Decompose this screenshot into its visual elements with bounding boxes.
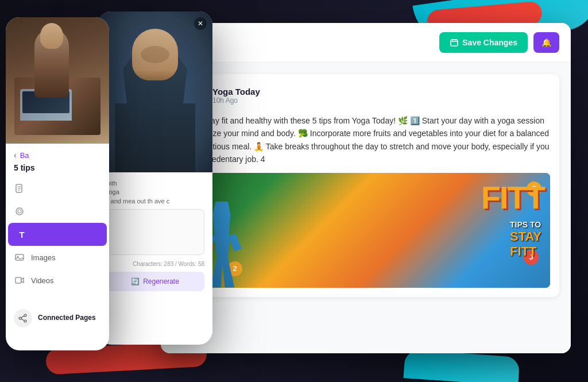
- content-preview-text: with yoga s and mea out th ave c: [106, 179, 204, 206]
- svg-point-11: [18, 210, 21, 213]
- card-content: 🧘 Yoga Today 10h Ago 🧘‍♂️🔥 Stay fit and …: [161, 63, 571, 353]
- regenerate-icon: 🔄: [131, 277, 140, 285]
- face-shadow: [141, 46, 169, 63]
- svg-point-15: [24, 314, 26, 317]
- notification-icon: 🔔: [541, 38, 551, 47]
- post-preview-panel: 🧘 Yoga Today 10h Ago 🧘‍♂️🔥 Stay fit and …: [161, 63, 571, 353]
- phone-mockup-right: ✕ with yoga s and mea out th ave c Chara…: [98, 11, 212, 345]
- share-icon: [14, 309, 32, 327]
- notification-button[interactable]: 🔔: [533, 32, 559, 53]
- close-button[interactable]: ✕: [194, 17, 207, 30]
- text-icon: T: [16, 229, 28, 240]
- post-image-inner: 5 2 3 1 2 5 J FITT TIPS: [181, 173, 550, 288]
- back-arrow-icon: ‹: [14, 151, 17, 160]
- person-head: [40, 23, 63, 49]
- post-text-area[interactable]: [106, 209, 204, 255]
- char-count: Characters: 283 / Words: 58: [106, 261, 204, 267]
- calendar-icon: [450, 38, 459, 47]
- head-face: [132, 29, 178, 80]
- svg-point-10: [16, 208, 23, 215]
- regenerate-label: Regenerate: [143, 277, 179, 285]
- nav-back-button[interactable]: ‹ Ba: [6, 144, 109, 162]
- svg-point-16: [24, 320, 26, 322]
- card-header: Save Changes 🔔: [161, 23, 571, 63]
- phone-title: 5 tips: [6, 162, 109, 177]
- svg-rect-0: [451, 40, 458, 46]
- fitt-label: FITT: [481, 179, 544, 215]
- back-label: Ba: [20, 151, 29, 160]
- post-time: 10h Ago: [212, 97, 260, 105]
- page-name: Yoga Today: [212, 87, 260, 97]
- connected-pages-label: Connected Pages: [38, 314, 96, 323]
- phone-sidebar: ‹ Ba 5 tips: [6, 144, 109, 333]
- nav-item-text-active[interactable]: T: [8, 223, 107, 246]
- post-card: 🧘 Yoga Today 10h Ago 🧘‍♂️🔥 Stay fit and …: [172, 74, 559, 297]
- videos-icon: [14, 275, 25, 286]
- nav-item-images[interactable]: Images: [6, 246, 109, 269]
- phone-right-content: with yoga s and mea out th ave c Charact…: [98, 172, 212, 298]
- nav-item-videos[interactable]: Videos: [6, 269, 109, 292]
- images-icon: [14, 252, 25, 263]
- document-icon: [14, 183, 25, 194]
- post-text: 🧘‍♂️🔥 Stay fit and healthy with these 5 …: [181, 114, 550, 166]
- bookmark-icon: [14, 206, 25, 217]
- regenerate-button[interactable]: 🔄 Regenerate: [106, 272, 204, 291]
- phone-mockup-left: ‹ Ba 5 tips: [6, 17, 109, 350]
- phone-right-photo: ✕: [98, 11, 212, 172]
- post-image: 5 2 3 1 2 5 J FITT TIPS: [181, 173, 550, 288]
- phone-top-photo: [6, 17, 109, 144]
- tips-to-label: TIPS TO STAY FITT: [510, 220, 541, 259]
- connected-pages-section[interactable]: Connected Pages: [14, 303, 101, 333]
- svg-point-17: [19, 317, 21, 319]
- main-card: Save Changes 🔔 🧘: [161, 23, 571, 353]
- images-label: Images: [31, 253, 56, 262]
- save-changes-button[interactable]: Save Changes: [439, 32, 528, 53]
- save-changes-label: Save Changes: [462, 38, 517, 47]
- fitt-graphic: FITT: [481, 179, 544, 216]
- post-meta: Yoga Today 10h Ago: [212, 87, 260, 105]
- svg-rect-12: [16, 254, 24, 260]
- post-header: 🧘 Yoga Today 10h Ago: [181, 83, 550, 107]
- nav-item-bookmark[interactable]: [6, 200, 109, 223]
- brush-teal-bottom: [403, 349, 520, 382]
- svg-line-18: [21, 316, 24, 318]
- svg-line-19: [21, 319, 24, 321]
- svg-rect-14: [16, 277, 21, 283]
- nav-item-document[interactable]: [6, 177, 109, 200]
- videos-label: Videos: [31, 276, 54, 285]
- background: Save Changes 🔔 🧘: [0, 0, 588, 382]
